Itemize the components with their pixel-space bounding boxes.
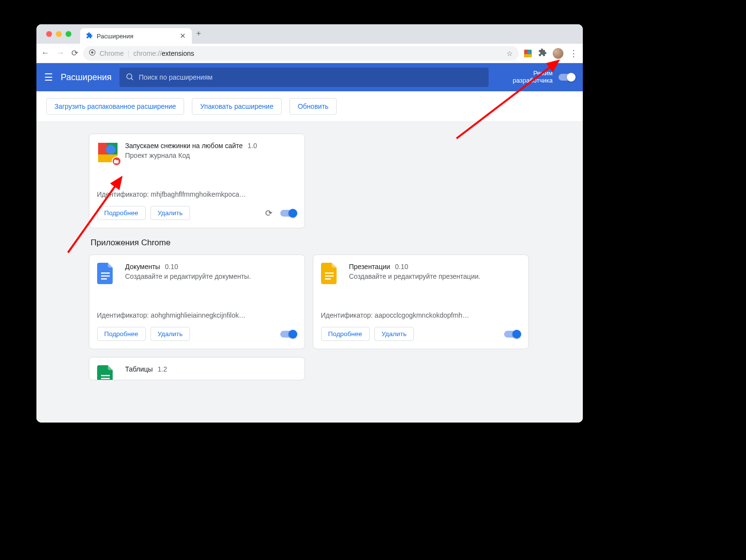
browser-window: Расширения ✕ + ← → ⟳ Chrome | chrome://e…: [36, 24, 583, 423]
app-icon: [97, 263, 119, 284]
remove-button[interactable]: Удалить: [151, 327, 190, 341]
svg-point-10: [106, 145, 116, 154]
app-id: aapocclcgogkmnckokdopfmh…: [374, 311, 469, 319]
app-id: aohghmighlieiainnegkcijnfilok…: [151, 311, 245, 319]
app-card: Документы 0.10 Создавайте и редактируйте…: [89, 255, 305, 349]
app-description: Создавайте и редактируйте презентации.: [349, 272, 481, 280]
developer-mode-control: Режим разработчика: [513, 70, 575, 85]
id-label: Идентификатор:: [321, 311, 373, 319]
svg-rect-14: [101, 278, 107, 280]
extensions-header: ☰ Расширения Поиск по расширениям Режим …: [36, 63, 583, 91]
svg-rect-16: [325, 275, 334, 277]
developer-mode-toggle[interactable]: [559, 74, 575, 81]
app-version: 0.10: [395, 263, 408, 271]
url-scheme: chrome://: [133, 50, 161, 57]
back-icon[interactable]: ←: [41, 48, 50, 58]
pack-extension-button[interactable]: Упаковать расширение: [192, 98, 282, 115]
new-tab-button[interactable]: +: [192, 29, 205, 39]
menu-icon[interactable]: ☰: [44, 71, 53, 83]
app-icon: [97, 365, 119, 380]
search-placeholder: Поиск по расширениям: [139, 73, 213, 81]
url-prefix: Chrome: [100, 50, 124, 57]
tab-strip: Расширения ✕ +: [36, 24, 583, 44]
svg-rect-19: [101, 378, 110, 379]
extension-description: Проект журнала Код: [125, 152, 257, 159]
unpacked-badge-icon: [112, 156, 121, 166]
id-label: Идентификатор:: [97, 311, 149, 319]
app-card: Презентации 0.10 Создавайте и редактируй…: [313, 255, 529, 349]
app-name: Презентации: [349, 263, 390, 271]
browser-menu-icon[interactable]: ⋮: [569, 48, 578, 59]
page-title: Расширения: [61, 72, 112, 83]
maximize-window-button[interactable]: [66, 31, 71, 37]
app-version: 1.2: [158, 365, 167, 373]
search-icon: [125, 72, 134, 83]
apps-section-title: Приложения Chrome: [91, 238, 531, 248]
tab-title: Расширения: [97, 33, 134, 40]
svg-rect-18: [101, 375, 110, 376]
svg-rect-13: [101, 275, 110, 277]
extension-card: Запускаем снежинки на любом сайте 1.0 Пр…: [89, 134, 305, 228]
extension-action-icon[interactable]: [524, 49, 532, 58]
browser-tab[interactable]: Расширения ✕: [80, 28, 192, 44]
site-identity-icon: [89, 49, 96, 57]
minimize-window-button[interactable]: [56, 31, 62, 37]
close-tab-icon[interactable]: ✕: [180, 32, 186, 40]
developer-actions: Загрузить распакованное расширение Упако…: [36, 91, 583, 122]
extensions-puzzle-icon[interactable]: [538, 48, 547, 59]
browser-toolbar: ← → ⟳ Chrome | chrome://extensions ☆ ⋮: [36, 44, 583, 63]
app-card: Таблицы 1.2: [89, 357, 305, 380]
svg-rect-5: [525, 54, 532, 57]
search-input[interactable]: Поиск по расширениям: [119, 68, 489, 87]
svg-rect-17: [325, 278, 331, 280]
extension-name: Запускаем снежинки на любом сайте: [125, 142, 243, 150]
window-controls: [42, 31, 75, 37]
svg-point-4: [527, 51, 531, 54]
load-unpacked-button[interactable]: Загрузить распакованное расширение: [46, 98, 184, 115]
reload-icon[interactable]: ⟳: [71, 48, 78, 58]
details-button[interactable]: Подробнее: [97, 327, 146, 341]
main-content: Запускаем снежинки на любом сайте 1.0 Пр…: [36, 122, 583, 423]
remove-button[interactable]: Удалить: [374, 327, 414, 341]
app-version: 0.10: [165, 263, 178, 271]
forward-icon[interactable]: →: [56, 48, 65, 58]
profile-avatar[interactable]: [553, 48, 563, 59]
app-toggle[interactable]: [504, 331, 521, 338]
id-label: Идентификатор:: [97, 190, 149, 198]
url-path: extensions: [162, 50, 194, 57]
svg-line-7: [131, 78, 133, 80]
close-window-button[interactable]: [46, 31, 52, 37]
bookmark-icon[interactable]: ☆: [507, 50, 513, 57]
svg-point-1: [91, 51, 94, 54]
app-name: Таблицы: [125, 365, 153, 373]
app-icon: [321, 263, 342, 284]
nav-buttons: ← → ⟳: [41, 48, 78, 58]
app-toggle[interactable]: [280, 331, 297, 338]
details-button[interactable]: Подробнее: [97, 206, 146, 220]
svg-point-6: [127, 74, 132, 79]
svg-rect-12: [101, 272, 110, 274]
svg-rect-15: [325, 272, 334, 274]
app-description: Создавайте и редактируйте документы.: [125, 272, 251, 280]
extension-version: 1.0: [248, 142, 257, 150]
extension-toggle[interactable]: [280, 210, 297, 217]
app-name: Документы: [125, 263, 160, 271]
remove-button[interactable]: Удалить: [151, 206, 190, 220]
extension-id: mhjfbaghflfmmghoikemkpoca…: [151, 190, 246, 198]
toolbar-right: ⋮: [524, 48, 578, 59]
developer-mode-label: Режим разработчика: [513, 70, 553, 85]
reload-extension-icon[interactable]: ⟳: [262, 208, 275, 219]
omnibox[interactable]: Chrome | chrome://extensions ☆: [83, 46, 519, 61]
update-button[interactable]: Обновить: [289, 98, 337, 115]
details-button[interactable]: Подробнее: [321, 327, 370, 341]
puzzle-icon: [86, 32, 93, 40]
extension-icon: [97, 142, 119, 163]
